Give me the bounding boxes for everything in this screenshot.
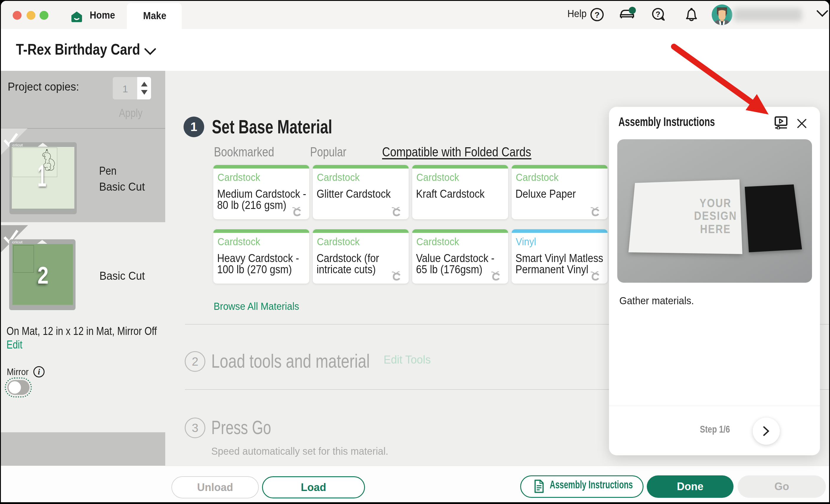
svg-text:DESIGN: DESIGN [694, 209, 737, 222]
svg-text:?: ? [656, 10, 660, 19]
svg-text:HERE: HERE [700, 222, 731, 235]
svg-text:YOUR: YOUR [700, 196, 731, 210]
